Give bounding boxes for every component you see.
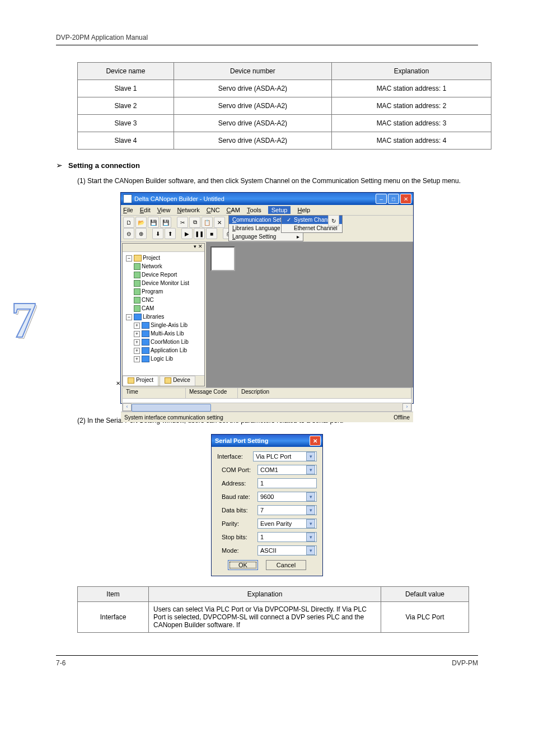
project-tree-pane[interactable]: ▾ ✕ −Project NetworkDevice ReportDevice … — [122, 243, 205, 386]
toolbar-download-icon[interactable]: ⬇ — [152, 228, 163, 239]
table-cell: Servo drive (ASDA-A2) — [174, 115, 331, 132]
toolbar-new-icon[interactable]: 🗋 — [123, 217, 134, 228]
tree-project[interactable]: Project — [143, 255, 160, 261]
serial-port-dialog: Serial Port Setting ✕ Interface: Via PLC… — [211, 434, 323, 576]
table-cell: MAC station address: 4 — [331, 132, 491, 150]
toolbar-pause2-icon[interactable]: ❚❚ — [194, 228, 205, 239]
toolbar-zoomin-icon[interactable]: ⊕ — [135, 228, 147, 239]
floating-tool-icon[interactable]: ↻ — [328, 215, 339, 226]
tab-device[interactable]: Device — [160, 376, 195, 386]
chevron-down-icon: ▾ — [306, 452, 315, 461]
menu-view[interactable]: View — [157, 207, 171, 213]
cancel-button[interactable]: Cancel — [266, 560, 306, 570]
field-value: 9600 — [260, 493, 306, 500]
field-value: 7 — [260, 507, 306, 514]
table-cell: Slave 4 — [78, 132, 174, 150]
dialog-close-button[interactable]: ✕ — [310, 436, 321, 446]
explanation-table: Item Explanation Default value Interface… — [77, 586, 469, 633]
canvas-doc — [210, 246, 235, 271]
field-label: Address: — [222, 480, 257, 487]
table-cell: MAC station address: 3 — [331, 115, 491, 132]
toolbar-save-icon[interactable]: 💾 — [148, 217, 159, 228]
menu-cnc[interactable]: CNC — [207, 207, 220, 213]
dialog-titlebar: Serial Port Setting ✕ — [212, 435, 322, 447]
bot-th-item: Item — [78, 587, 149, 602]
interface-value: Via PLC Port — [256, 453, 306, 460]
tree-node[interactable]: CNC — [125, 296, 203, 304]
toolbar-upload-icon[interactable]: ⬆ — [165, 228, 176, 239]
table-row: Slave 4Servo drive (ASDA-A2)MAC station … — [78, 132, 491, 150]
tree-node[interactable]: +CoorMotion Lib — [125, 338, 203, 346]
para-1: (1) Start the CANopen Builder software, … — [77, 175, 469, 186]
tree-node[interactable]: Device Report — [125, 270, 203, 279]
window-title: Delta CANopen Builder - Untitled — [132, 195, 374, 202]
combo-comport[interactable]: COM1▾ — [257, 465, 317, 475]
list-close-icon[interactable]: ✕ — [115, 380, 121, 387]
tree-node[interactable]: Network — [125, 262, 203, 270]
tree-libraries[interactable]: Libraries — [143, 314, 164, 320]
close-button[interactable]: ✕ — [400, 194, 411, 204]
tree-tabs[interactable]: ProjectDevice — [123, 375, 204, 386]
app-window: Delta CANopen Builder - Untitled – □ ✕ F… — [120, 192, 414, 404]
app-icon — [123, 194, 132, 203]
horizontal-scrollbar[interactable]: ‹ › — [123, 403, 411, 411]
bullet-icon: ➢ — [56, 161, 63, 171]
menu-network[interactable]: Network — [177, 207, 199, 213]
tree-node[interactable]: +Multi-Axis Lib — [125, 329, 203, 338]
table-row: Interface Users can select Via PLC Port … — [78, 602, 469, 633]
chevron-down-icon: ▾ — [306, 533, 315, 542]
list-h-code: Message Code — [186, 388, 238, 398]
message-list-header: ✕ Time Message Code Description — [122, 388, 412, 399]
status-bar: System interface communication setting O… — [121, 412, 413, 422]
tree-node[interactable]: Device Monitor List — [125, 279, 203, 287]
input-address[interactable]: 1 — [257, 478, 317, 488]
toolbar-stop-icon[interactable]: ■ — [206, 228, 217, 239]
header-left: DVP-20PM Application Manual — [56, 34, 148, 41]
toolbar-copy-icon[interactable]: ⧉ — [189, 217, 200, 228]
table-row: Slave 2Servo drive (ASDA-A2)MAC station … — [78, 97, 491, 115]
footer-right: DVP-PM — [452, 659, 478, 667]
menu-edit[interactable]: Edit — [140, 207, 151, 213]
chapter-number: 7 — [11, 291, 36, 349]
th-device-number: Device number — [174, 63, 331, 80]
tab-project[interactable]: Project — [123, 376, 158, 386]
toolbar-open-icon[interactable]: 📂 — [135, 217, 147, 228]
bot-r1-expl: Users can select Via PLC Port or Via DVP… — [149, 602, 381, 633]
menu-help[interactable]: Help — [297, 207, 310, 213]
combo-baudrate[interactable]: 9600▾ — [257, 492, 317, 502]
combo-parity[interactable]: Even Parity▾ — [257, 519, 317, 529]
menubar[interactable]: FileEditViewNetworkCNCCAMToolsSetupHelp — [121, 205, 413, 216]
toolbar-paste-icon[interactable]: 📋 — [202, 217, 213, 228]
maximize-button[interactable]: □ — [388, 194, 399, 204]
tree-node[interactable]: +Application Lib — [125, 346, 203, 354]
table-cell: Servo drive (ASDA-A2) — [174, 97, 331, 115]
menu-setup[interactable]: Setup — [268, 206, 291, 214]
tree-node[interactable]: +Single-Axis Lib — [125, 321, 203, 329]
interface-combo[interactable]: Via PLC Port ▾ — [253, 451, 317, 461]
tree-node[interactable]: CAM — [125, 304, 203, 312]
field-label: Mode: — [222, 547, 257, 554]
bot-r1-default: Via PLC Port — [381, 602, 469, 633]
toolbar-run-icon[interactable]: ▶ — [181, 228, 193, 239]
menu-cam[interactable]: CAM — [227, 207, 240, 213]
list-h-time: Time — [123, 388, 186, 398]
menu-file[interactable]: File — [123, 207, 133, 213]
toolbar-delete-icon[interactable]: ✕ — [214, 217, 225, 228]
combo-databits[interactable]: 7▾ — [257, 505, 317, 515]
ok-button[interactable]: OK — [228, 560, 258, 570]
menu-tools[interactable]: Tools — [247, 207, 261, 213]
minimize-button[interactable]: – — [376, 194, 387, 204]
device-table: Device name Device number Explanation Sl… — [77, 62, 491, 150]
field-label: Baud rate: — [222, 493, 257, 500]
chevron-down-icon: ▾ — [306, 465, 315, 474]
toolbar-saveall-icon[interactable]: 💾 — [160, 217, 171, 228]
field-value: COM1 — [260, 466, 306, 473]
tree-node[interactable]: Program — [125, 287, 203, 296]
toolbar-zoomout-icon[interactable]: ⊖ — [123, 228, 134, 239]
combo-stopbits[interactable]: 1▾ — [257, 532, 317, 542]
combo-mode[interactable]: ASCII▾ — [257, 545, 317, 556]
chevron-down-icon: ▾ — [306, 546, 315, 555]
tree-node[interactable]: +Logic Lib — [125, 354, 203, 363]
toolbar-cut-icon[interactable]: ✂ — [177, 217, 188, 228]
menu-item[interactable]: Language Setting▸ — [229, 232, 303, 241]
